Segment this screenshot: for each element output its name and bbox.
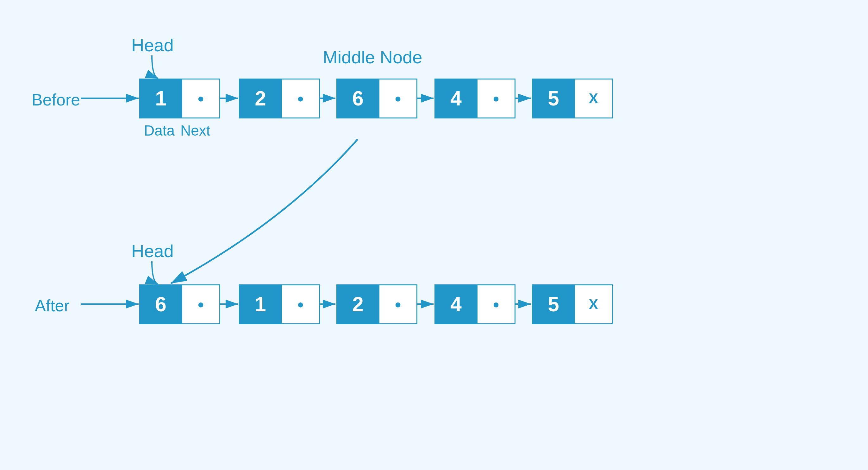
after-node-2-next: ● [281, 285, 319, 323]
after-node-1-data: 6 [140, 285, 181, 323]
before-node-3: 6 ● [336, 79, 417, 118]
after-node-3-data: 2 [337, 285, 378, 323]
data-sublabel: Data [144, 122, 175, 139]
before-node-2-next: ● [281, 80, 319, 117]
after-node-1: 6 ● [139, 285, 220, 324]
after-node-2: 1 ● [239, 285, 320, 324]
before-node-1: 1 ● [139, 79, 220, 118]
before-node-2: 2 ● [239, 79, 320, 118]
after-node-4: 4 ● [434, 285, 516, 324]
before-node-3-next: ● [378, 80, 416, 117]
after-node-3: 2 ● [336, 285, 417, 324]
before-node-4-next: ● [476, 80, 515, 117]
after-node-5: 5 X [532, 285, 613, 324]
after-node-2-data: 1 [240, 285, 281, 323]
arrows-svg [0, 0, 868, 470]
before-node-4-data: 4 [435, 80, 476, 117]
before-node-5-next: X [574, 80, 612, 117]
after-node-1-next: ● [181, 285, 219, 323]
before-node-1-next: ● [181, 80, 219, 117]
before-node-1-data: 1 [140, 80, 181, 117]
before-node-3-data: 6 [337, 80, 378, 117]
after-node-3-next: ● [378, 285, 416, 323]
after-node-4-data: 4 [435, 285, 476, 323]
before-node-5-data: 5 [533, 80, 574, 117]
after-node-5-next: X [574, 285, 612, 323]
before-node-4: 4 ● [434, 79, 516, 118]
before-head-label: Head [131, 35, 174, 55]
after-label: After [35, 296, 70, 315]
after-node-5-data: 5 [533, 285, 574, 323]
after-head-label: Head [131, 241, 174, 261]
diagram-container: Head Middle Node Before 1 ● 2 ● 6 ● 4 ● … [0, 0, 868, 470]
before-node-5: 5 X [532, 79, 613, 118]
before-label: Before [32, 90, 80, 109]
middle-node-label: Middle Node [323, 47, 422, 67]
after-node-4-next: ● [476, 285, 515, 323]
before-node-2-data: 2 [240, 80, 281, 117]
next-sublabel: Next [180, 122, 211, 139]
